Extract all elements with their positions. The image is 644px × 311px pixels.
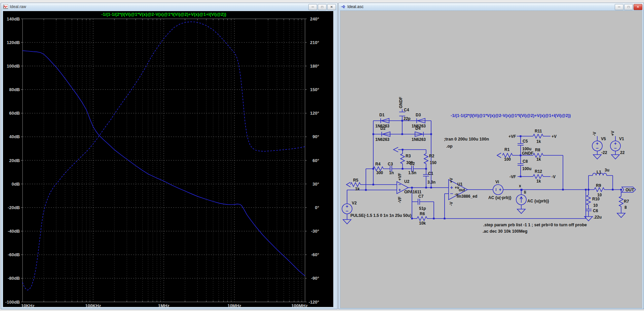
y-right-label: -30° — [311, 229, 319, 234]
y-right-label: -90° — [311, 276, 319, 281]
component-label: L1 — [597, 170, 601, 174]
net-label-nv: -V — [592, 132, 597, 136]
component-value: 3.3n — [427, 180, 435, 185]
capacitor-C2[interactable]: C2 1.5n — [408, 161, 416, 175]
component-label: C4 — [404, 108, 409, 112]
output-port[interactable]: OUT — [622, 187, 636, 192]
minimize-button[interactable]: ─ — [615, 4, 623, 10]
port-label: OUT — [626, 188, 634, 192]
resistor-R2[interactable]: R2 150 — [424, 154, 437, 165]
y-left-label: -40dB — [8, 229, 20, 234]
capacitor-C7[interactable]: C7 51p — [418, 194, 426, 211]
component-value: 3u — [605, 168, 609, 172]
y-right-label: 150° — [310, 87, 319, 92]
component-label: R4 — [375, 162, 381, 166]
probe-arrow-r5 — [346, 182, 350, 187]
opamp-U2[interactable]: U2 OPA1611 +VF -VF — [397, 173, 421, 203]
component-value: PULSE(-1.5 1.5 0 1n 1n 25u 50u) — [350, 213, 411, 218]
close-button[interactable]: ✕ — [634, 4, 642, 10]
resistor-R7[interactable]: R7 8 — [617, 196, 629, 218]
net-label-gndf: GNDF — [399, 97, 403, 108]
voltage-source-V2[interactable]: V2 PULSE(-1.5 1.5 0 1n 1n 25u 50u) — [342, 201, 411, 224]
pin-label-out: out — [459, 188, 465, 192]
y-left-label: 0dB — [11, 182, 20, 187]
y-left-label: 100dB — [7, 64, 20, 69]
capacitor-C3[interactable]: C3 1n — [388, 162, 394, 175]
component-label: C7 — [418, 194, 424, 199]
voltage-source-V5[interactable]: -V V5 -22 — [592, 132, 607, 159]
rail-label-pv: +V — [449, 178, 454, 183]
rail-label-nv: -V — [449, 202, 454, 206]
resistor-R5[interactable]: R5 1k — [346, 178, 361, 191]
bode-plot-pane[interactable]: 140dB120dB100dB80dB60dB40dB20dB0dB-20dB-… — [3, 11, 333, 307]
component-value: 1k — [536, 157, 541, 162]
component-label: C8 — [523, 159, 528, 164]
y-right-label: 0° — [315, 205, 319, 210]
capacitor-C6[interactable]: C6 .22u — [584, 208, 602, 221]
plot-expression-text[interactable]: -1/(1-1/(2*(I(Vi)@1*V(x)@2-V(x)@1*I(Vi)@… — [451, 113, 571, 118]
ac-directive[interactable]: .ac dec 30 10k 100Meg — [483, 229, 527, 234]
component-value: 22 — [620, 150, 625, 155]
minimize-button[interactable]: ─ — [308, 4, 317, 10]
component-value: 150 — [430, 160, 437, 165]
y-left-label: 80dB — [9, 87, 20, 92]
x-axis-label: 10KHz — [21, 303, 35, 307]
y-right-label: -60° — [311, 252, 319, 257]
net-label-pvf: +VF — [508, 134, 516, 139]
component-value: 10 — [593, 203, 598, 208]
probe-arrow-r1 — [497, 153, 501, 158]
component-value: 1.5n — [408, 170, 416, 175]
voltage-source-V1[interactable]: +V V1 22 — [610, 131, 625, 159]
capacitor-C4[interactable]: C4 22p GNDF — [399, 97, 411, 121]
inductor-L1[interactable]: L1 3u — [593, 168, 609, 176]
x-axis-label: 100MHz — [292, 303, 308, 307]
capacitor-C1[interactable]: C1 3.3n — [423, 171, 435, 185]
component-label: D1 — [379, 113, 385, 117]
schematic-drawing: D1 1N6263 D3 1N6263 D2 1N6263 D4 1N6263 … — [340, 11, 642, 308]
resistor-R9[interactable]: R9 10 — [594, 183, 604, 197]
component-label: R8 — [535, 148, 540, 152]
psu-block[interactable]: +VF R11 1k +V C5 100u GNDF R1 100 R8 1k … — [497, 129, 557, 184]
component-label: D4 — [415, 126, 421, 131]
maximize-button[interactable]: □ — [624, 4, 633, 10]
tran-directive[interactable]: ;tran 0 200u 100u 100n — [444, 137, 489, 142]
ground-symbol — [611, 155, 619, 159]
component-value: -22 — [601, 150, 607, 155]
y-left-label: -60dB — [8, 252, 20, 257]
net-label-pv: +V — [610, 131, 615, 136]
component-label: Ii — [524, 190, 526, 195]
x-axis-label: 10MHz — [227, 303, 241, 307]
component-label: C1 — [428, 171, 433, 176]
component-label: R7 — [624, 199, 629, 204]
net-label-x[interactable]: x — [519, 184, 521, 188]
y-right-label: 90° — [312, 134, 319, 139]
component-label: V1 — [619, 137, 624, 141]
component-value: 1n — [389, 170, 394, 175]
component-value: 22p — [404, 116, 411, 121]
component-label: Vi — [495, 180, 499, 184]
component-value: OPA1611 — [404, 190, 421, 194]
step-directive[interactable]: .step param prb list -1 1 ; set prb=0 to… — [483, 223, 587, 227]
opamp-U1[interactable]: U1 +v -v out lm3886_ed +V -V — [449, 178, 477, 206]
waveform-titlebar[interactable]: Ideal.raw ─ □ ✕ — [1, 3, 337, 10]
component-label: C5 — [523, 139, 528, 144]
component-label: R11 — [535, 129, 542, 133]
close-button[interactable]: ✕ — [327, 4, 336, 10]
component-value: 1k — [536, 179, 541, 184]
resistor-R4[interactable]: R4 300 — [373, 162, 383, 175]
probe-arrow-top[interactable] — [393, 147, 398, 152]
component-value: AC {u(prb)} — [527, 199, 549, 203]
resistor-R6[interactable]: R6 10k — [417, 211, 427, 226]
component-value: 1N6263 — [375, 137, 389, 142]
schematic-titlebar[interactable]: Ideal.asc ─ □ ✕ — [339, 3, 644, 10]
schematic-canvas[interactable]: D1 1N6263 D3 1N6263 D2 1N6263 D4 1N6263 … — [340, 10, 642, 308]
y-right-label: 60° — [312, 158, 319, 163]
waveform-window-title: Ideal.raw — [10, 4, 26, 9]
net-label-nvf: -VF — [509, 174, 516, 179]
component-value: 1k — [536, 139, 541, 144]
maximize-button[interactable]: □ — [318, 4, 327, 10]
svg-text:x: x — [519, 184, 521, 188]
plot-title[interactable]: -1/(1-1/(2*(I(Vi)@1*V(x)@2-V(x)@1*I(Vi)@… — [101, 12, 226, 17]
op-directive[interactable]: .op — [446, 144, 453, 149]
bode-plot[interactable]: 140dB120dB100dB80dB60dB40dB20dB0dB-20dB-… — [3, 11, 333, 307]
